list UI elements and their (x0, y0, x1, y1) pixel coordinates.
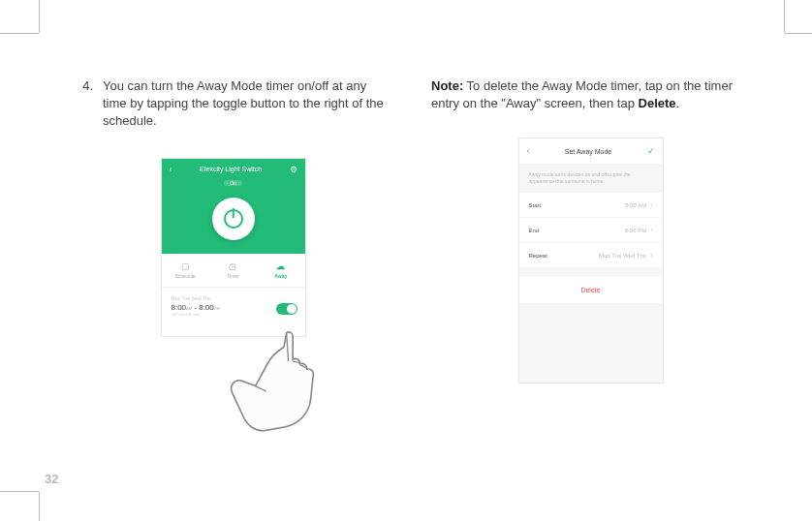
tab-schedule[interactable]: ▢ Schedule (162, 261, 209, 279)
phone-screenshot-away-list: ‹ Etekcity Light Switch ⚙ On ▢ Schedule (161, 158, 306, 337)
entry-days: Mon Tue Wed Thu (172, 295, 296, 301)
pointing-hand-illustration (220, 323, 327, 440)
chevron-right-icon: › (650, 201, 652, 208)
tab-timer[interactable]: ◷ Timer (209, 261, 257, 279)
stopwatch-icon: ◷ (209, 261, 257, 271)
right-column: Note: To delete the Away Mode timer, tap… (431, 77, 750, 383)
row-label: Start (529, 202, 542, 208)
row-label: End (529, 228, 540, 233)
row-start[interactable]: Start 8:00 AM› (519, 193, 663, 217)
device-status-pill: On (224, 180, 242, 186)
phone-screenshot-set-away: ‹ Set Away Mode ✓ Away mode turns device… (518, 138, 664, 383)
app-title: Etekcity Light Switch (172, 166, 290, 172)
tab-away[interactable]: ☁ Away (257, 261, 304, 279)
manual-page: 4. You can turn the Away Mode timer on/o… (39, 33, 785, 492)
screen-title: Set Away Mode (530, 148, 647, 155)
note-paragraph: Note: To delete the Away Mode timer, tap… (431, 77, 750, 112)
power-icon (224, 209, 243, 229)
row-value: 8:00 PM (625, 228, 646, 233)
tab-bar: ▢ Schedule ◷ Timer ☁ Away (162, 254, 305, 288)
chevron-right-icon: › (650, 252, 652, 259)
back-icon[interactable]: ‹ (170, 165, 172, 174)
chevron-right-icon: › (650, 227, 652, 233)
away-mode-description: Away mode turns devices on and off to gi… (519, 164, 663, 193)
row-end[interactable]: End 8:00 PM› (519, 218, 663, 242)
step-text: You can turn the Away Mode timer on/off … (103, 77, 392, 131)
calendar-icon: ▢ (162, 261, 209, 271)
note-label: Note: (431, 78, 463, 93)
away-toggle[interactable] (276, 303, 297, 315)
row-label: Repeat (529, 253, 547, 259)
check-icon[interactable]: ✓ (647, 146, 655, 156)
instruction-step-4: 4. You can turn the Away Mode timer on/o… (74, 77, 392, 131)
left-column: 4. You can turn the Away Mode timer on/o… (74, 77, 392, 383)
page-number: 32 (45, 472, 58, 486)
row-value: Mon Tue Wed Thu (599, 253, 646, 259)
delete-action-word: Delete (639, 96, 676, 110)
row-repeat[interactable]: Repeat Mon Tue Wed Thu› (519, 243, 663, 267)
row-value: 8:00 AM (625, 202, 646, 208)
power-button[interactable] (212, 198, 255, 240)
gear-icon[interactable]: ⚙ (290, 165, 297, 174)
away-icon: ☁ (257, 261, 304, 271)
delete-button[interactable]: Delete (519, 277, 663, 303)
step-number: 4. (74, 77, 103, 131)
